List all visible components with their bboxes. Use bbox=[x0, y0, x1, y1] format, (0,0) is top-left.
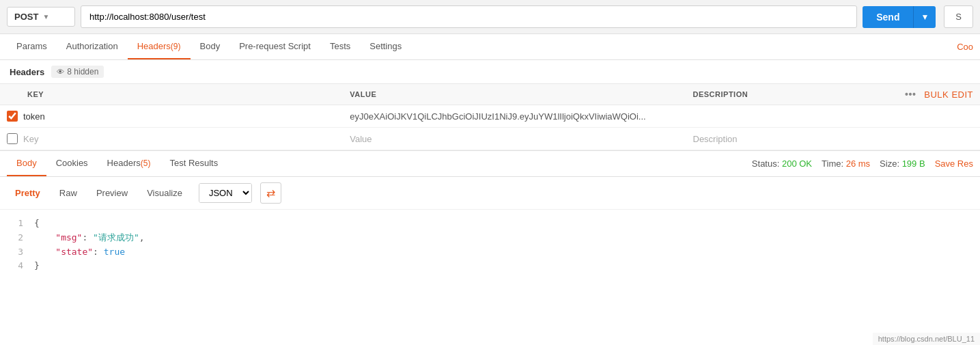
format-raw[interactable]: Raw bbox=[51, 184, 85, 202]
chevron-down-icon: ▼ bbox=[42, 13, 49, 20]
line-content: { bbox=[34, 217, 969, 231]
send-button-group: Send ▼ bbox=[863, 6, 936, 28]
col-key: KEY bbox=[0, 84, 343, 105]
headers-title-bar: Headers 👁 8 hidden bbox=[0, 60, 980, 83]
value-cell: Value bbox=[343, 128, 686, 150]
line-number: 1 bbox=[11, 217, 23, 231]
tab-prerequest[interactable]: Pre-request Script bbox=[229, 34, 320, 59]
format-pretty[interactable]: Pretty bbox=[7, 184, 48, 202]
line-content: "state": true bbox=[34, 245, 969, 260]
word-wrap-button[interactable]: ⇄ bbox=[260, 182, 281, 204]
url-input[interactable] bbox=[81, 5, 857, 28]
send-dropdown-arrow[interactable]: ▼ bbox=[913, 6, 936, 28]
key-cell: token bbox=[0, 105, 343, 128]
tab-settings[interactable]: Settings bbox=[360, 34, 411, 59]
tab-params[interactable]: Params bbox=[7, 34, 57, 59]
save-response-link[interactable]: Save Res bbox=[935, 158, 973, 169]
row-checkbox[interactable] bbox=[7, 111, 18, 122]
tab-authorization[interactable]: Authorization bbox=[57, 34, 128, 59]
resp-tab-cookies[interactable]: Cookies bbox=[46, 151, 98, 176]
top-bar: POST ▼ Send ▼ S bbox=[0, 0, 980, 34]
headers-table: KEY VALUE DESCRIPTION ••• Bulk Edit bbox=[0, 83, 980, 150]
col-actions: ••• Bulk Edit bbox=[882, 84, 981, 105]
bulk-edit-link[interactable]: Bulk Edit bbox=[924, 89, 973, 100]
send-button[interactable]: Send bbox=[863, 6, 913, 28]
resp-tab-body[interactable]: Body bbox=[7, 151, 46, 176]
row-actions bbox=[882, 105, 981, 128]
desc-placeholder: Description bbox=[693, 134, 738, 144]
format-preview[interactable]: Preview bbox=[88, 184, 136, 202]
response-meta: Status: 200 OK Time: 26 ms Size: 199 B S… bbox=[752, 158, 973, 169]
line-number: 2 bbox=[11, 231, 23, 245]
table-row: token eyJ0eXAiOiJKV1QiLCJhbGciOiJIUzI1Ni… bbox=[0, 105, 980, 128]
code-line-2: 2 "msg": "请求成功", bbox=[11, 231, 969, 245]
status-value: 200 OK bbox=[782, 158, 812, 169]
format-visualize[interactable]: Visualize bbox=[139, 184, 191, 202]
headers-section: Headers 👁 8 hidden KEY VALUE DESCRIPTION… bbox=[0, 60, 980, 151]
resp-tab-headers[interactable]: Headers(5) bbox=[98, 151, 160, 176]
method-select[interactable]: POST ▼ bbox=[7, 7, 75, 27]
desc-cell bbox=[686, 105, 882, 128]
line-number: 4 bbox=[11, 259, 23, 273]
language-select[interactable]: JSON HTML Text bbox=[199, 184, 251, 202]
tab-body[interactable]: Body bbox=[191, 34, 230, 59]
table-row: Key Value Description bbox=[0, 128, 980, 150]
status-meta: Status: 200 OK bbox=[752, 158, 812, 169]
time-meta: Time: 26 ms bbox=[822, 158, 870, 169]
desc-cell: Description bbox=[686, 128, 882, 150]
language-select-group: JSON HTML Text bbox=[199, 183, 252, 203]
col-description: DESCRIPTION bbox=[686, 84, 882, 105]
save-button[interactable]: S bbox=[944, 5, 973, 28]
size-value: 199 B bbox=[902, 158, 925, 169]
method-label: POST bbox=[14, 12, 38, 22]
response-tabs-bar: Body Cookies Headers(5) Test Results Sta… bbox=[0, 151, 980, 177]
key-placeholder: Key bbox=[23, 134, 38, 144]
value-text: eyJ0eXAiOiJKV1QiLCJhbGciOiJIUzI1NiJ9.eyJ… bbox=[350, 111, 645, 122]
response-body-toolbar: Pretty Raw Preview Visualize JSON HTML T… bbox=[0, 177, 980, 210]
col-value: VALUE bbox=[343, 84, 686, 105]
code-line-4: 4 } bbox=[11, 259, 969, 273]
line-content: } bbox=[34, 259, 969, 273]
value-cell: eyJ0eXAiOiJKV1QiLCJhbGciOiJIUzI1NiJ9.eyJ… bbox=[343, 105, 686, 128]
hidden-count-label: 8 hidden bbox=[67, 67, 98, 77]
headers-title: Headers bbox=[10, 67, 44, 77]
line-content: "msg": "请求成功", bbox=[34, 231, 969, 245]
resp-tab-testresults[interactable]: Test Results bbox=[160, 151, 227, 176]
value-placeholder: Value bbox=[350, 134, 372, 144]
line-number: 3 bbox=[11, 245, 23, 260]
code-line-3: 3 "state": true bbox=[11, 245, 969, 260]
code-line-1: 1 { bbox=[11, 217, 969, 231]
eye-icon: 👁 bbox=[57, 68, 64, 76]
key-cell: Key bbox=[0, 128, 343, 150]
size-meta: Size: 199 B bbox=[880, 158, 925, 169]
row-checkbox[interactable] bbox=[7, 133, 18, 144]
time-value: 26 ms bbox=[846, 158, 870, 169]
tab-tests[interactable]: Tests bbox=[320, 34, 360, 59]
row-actions bbox=[882, 128, 981, 150]
hidden-count-badge[interactable]: 👁 8 hidden bbox=[51, 66, 104, 78]
request-tabs: Params Authorization Headers(9) Body Pre… bbox=[0, 34, 980, 60]
cookies-link[interactable]: Coo bbox=[957, 42, 973, 52]
response-code-area: 1 { 2 "msg": "请求成功", 3 "state": true 4 } bbox=[0, 210, 980, 280]
key-text: token bbox=[23, 111, 45, 122]
tab-headers[interactable]: Headers(9) bbox=[128, 34, 191, 59]
more-icon[interactable]: ••• bbox=[905, 89, 916, 100]
